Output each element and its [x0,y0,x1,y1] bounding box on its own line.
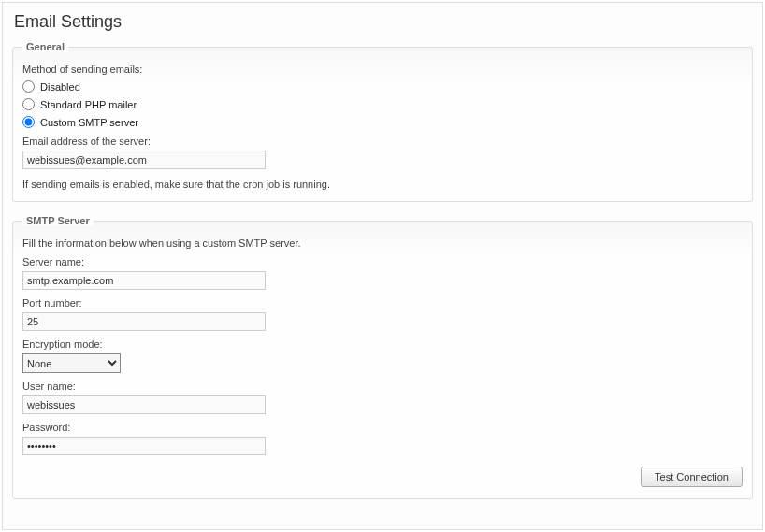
smtp-legend: SMTP Server [22,215,94,226]
email-address-input[interactable] [22,151,266,169]
radio-row-disabled: Disabled [22,80,743,93]
port-number-input[interactable] [22,312,266,331]
smtp-intro: Fill the information below when using a … [22,237,743,249]
general-legend: General [22,41,68,52]
password-label: Password: [22,422,743,433]
radio-row-smtp: Custom SMTP server [22,116,743,128]
smtp-fieldset: SMTP Server Fill the information below w… [12,215,753,499]
server-name-label: Server name: [22,256,743,267]
encryption-mode-label: Encryption mode: [22,338,743,350]
user-name-input[interactable] [22,395,266,414]
email-address-label: Email address of the server: [22,136,743,147]
radio-row-php: Standard PHP mailer [22,98,743,110]
method-radio-smtp[interactable] [22,116,35,128]
encryption-mode-select[interactable]: None [22,353,121,373]
method-radio-smtp-label[interactable]: Custom SMTP server [40,117,138,128]
method-radio-disabled[interactable] [22,80,35,93]
method-radio-php-label[interactable]: Standard PHP mailer [40,99,137,110]
test-connection-button[interactable]: Test Connection [641,467,743,487]
email-settings-panel: Email Settings General Method of sending… [2,2,763,530]
method-label: Method of sending emails: [22,64,743,75]
password-input[interactable] [22,437,266,455]
method-radio-disabled-label[interactable]: Disabled [40,81,80,93]
method-radio-php[interactable] [22,98,35,110]
user-name-label: User name: [22,381,743,392]
port-number-label: Port number: [22,297,743,309]
general-fieldset: General Method of sending emails: Disabl… [12,41,753,202]
cron-note: If sending emails is enabled, make sure … [22,179,743,190]
server-name-input[interactable] [22,271,266,290]
page-title: Email Settings [14,12,753,32]
